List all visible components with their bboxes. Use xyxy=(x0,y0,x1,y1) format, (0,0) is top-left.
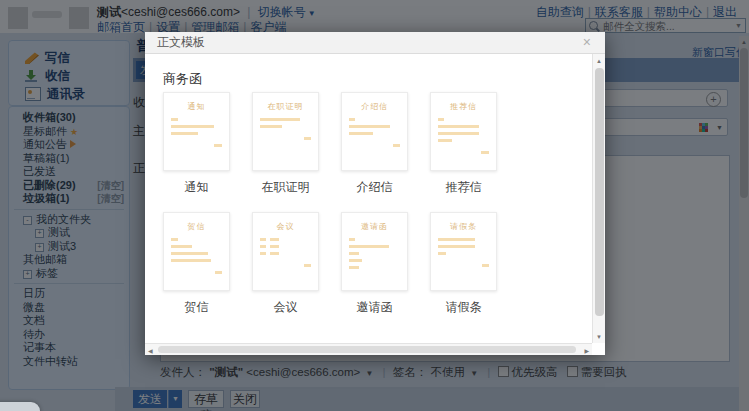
template-card-label[interactable]: 请假条 xyxy=(430,299,497,316)
template-preview-line xyxy=(438,125,489,128)
template-cell: 会议会议 xyxy=(252,212,319,332)
line-segment xyxy=(438,252,446,255)
template-preview-line xyxy=(438,151,489,154)
template-card-title: 会议 xyxy=(260,221,311,232)
template-card-在职证明[interactable]: 在职证明 xyxy=(252,92,319,171)
template-card-label[interactable]: 在职证明 xyxy=(252,179,319,196)
template-preview-line xyxy=(349,252,400,255)
template-preview-line xyxy=(260,245,311,248)
scroll-down-icon[interactable]: ▼ xyxy=(593,334,605,340)
template-card-title: 请假条 xyxy=(438,221,489,232)
template-preview-line xyxy=(349,266,400,269)
line-segment xyxy=(349,252,359,255)
template-preview-line xyxy=(171,144,222,147)
template-cell: 在职证明在职证明 xyxy=(252,92,319,212)
template-card-title: 介绍信 xyxy=(349,101,400,112)
template-category-title: 商务函 xyxy=(163,70,202,88)
template-preview-line xyxy=(349,125,400,128)
template-cell: 推荐信推荐信 xyxy=(430,92,497,212)
template-card-贺信[interactable]: 贺信 xyxy=(163,212,230,291)
line-segment xyxy=(260,118,300,121)
page: 测试<ceshi@ces666.com> | 切换帐号▼ 邮箱首页|设置|管理邮… xyxy=(0,0,749,411)
line-segment xyxy=(304,137,311,140)
template-preview-line xyxy=(171,259,222,262)
template-card-通知[interactable]: 通知 xyxy=(163,92,230,171)
modal-horizontal-scrollbar[interactable]: ◀ ▶ xyxy=(145,343,592,355)
line-segment xyxy=(171,245,192,248)
modal-hscrollbar-thumb[interactable] xyxy=(158,346,576,353)
template-cell: 介绍信介绍信 xyxy=(341,92,408,212)
line-segment xyxy=(260,245,266,248)
scroll-right-icon[interactable]: ▶ xyxy=(584,347,589,354)
line-segment xyxy=(214,144,222,147)
template-card-推荐信[interactable]: 推荐信 xyxy=(430,92,497,171)
template-cell: 通知通知 xyxy=(163,92,230,212)
template-preview-line xyxy=(171,125,222,128)
floating-widget-corner[interactable] xyxy=(0,402,40,411)
template-card-邀请函[interactable]: 邀请函 xyxy=(341,212,408,291)
template-preview-line xyxy=(171,238,222,241)
template-preview-line xyxy=(171,271,222,274)
line-segment xyxy=(349,238,355,241)
template-preview-line xyxy=(260,137,311,140)
line-segment xyxy=(349,266,359,269)
template-preview-line xyxy=(260,125,311,128)
template-card-label[interactable]: 会议 xyxy=(252,299,319,316)
line-segment xyxy=(438,132,479,135)
template-preview-line xyxy=(438,118,489,121)
line-segment xyxy=(171,118,178,121)
template-card-请假条[interactable]: 请假条 xyxy=(430,212,497,291)
template-preview-line xyxy=(260,118,311,121)
line-segment xyxy=(270,245,279,248)
line-segment xyxy=(438,125,479,128)
line-segment xyxy=(393,144,400,147)
template-card-title: 推荐信 xyxy=(438,101,489,112)
template-card-会议[interactable]: 会议 xyxy=(252,212,319,291)
modal-title: 正文模板 xyxy=(157,32,205,53)
template-card-label[interactable]: 介绍信 xyxy=(341,179,408,196)
close-icon[interactable]: × xyxy=(583,34,591,50)
template-preview-line xyxy=(349,238,400,241)
modal-vertical-scrollbar[interactable]: ▲ ▼ xyxy=(592,54,605,343)
template-card-title: 贺信 xyxy=(171,221,222,232)
line-segment xyxy=(482,264,489,267)
line-segment xyxy=(171,259,211,262)
template-cell: 贺信贺信 xyxy=(163,212,230,332)
modal-header: 正文模板 × xyxy=(145,32,605,54)
template-preview-line xyxy=(260,238,311,241)
template-preview-line xyxy=(349,245,400,248)
template-cell: 邀请函邀请函 xyxy=(341,212,408,332)
template-card-label[interactable]: 贺信 xyxy=(163,299,230,316)
template-card-label[interactable]: 邀请函 xyxy=(341,299,408,316)
template-preview-line xyxy=(349,144,400,147)
line-segment xyxy=(481,151,489,154)
template-card-title: 在职证明 xyxy=(260,101,311,112)
line-segment xyxy=(349,245,389,248)
line-segment xyxy=(349,125,390,128)
line-segment xyxy=(270,252,279,255)
template-card-介绍信[interactable]: 介绍信 xyxy=(341,92,408,171)
line-segment xyxy=(260,125,282,128)
line-segment xyxy=(438,139,452,142)
scroll-up-icon[interactable]: ▲ xyxy=(593,54,605,64)
line-segment xyxy=(171,238,178,241)
template-card-title: 通知 xyxy=(171,101,222,112)
scroll-left-icon[interactable]: ◀ xyxy=(148,347,153,354)
template-card-label[interactable]: 推荐信 xyxy=(430,179,497,196)
template-card-label[interactable]: 通知 xyxy=(163,179,230,196)
template-preview-line xyxy=(260,264,311,267)
line-segment xyxy=(349,132,373,135)
template-preview-line xyxy=(438,238,489,241)
line-segment xyxy=(349,118,355,121)
template-preview-line xyxy=(438,252,489,255)
template-preview-line xyxy=(260,252,311,255)
line-segment xyxy=(304,264,311,267)
template-cell: 请假条请假条 xyxy=(430,212,497,332)
modal-scrollbar-thumb[interactable] xyxy=(595,68,604,316)
template-preview-line xyxy=(438,264,489,267)
template-preview-line xyxy=(349,132,400,135)
template-preview-line xyxy=(171,132,222,135)
template-card-grid: 通知通知在职证明在职证明介绍信介绍信推荐信推荐信贺信贺信会议会议邀请函邀请函请假… xyxy=(163,92,575,332)
template-preview-line xyxy=(171,118,222,121)
line-segment xyxy=(171,132,198,135)
